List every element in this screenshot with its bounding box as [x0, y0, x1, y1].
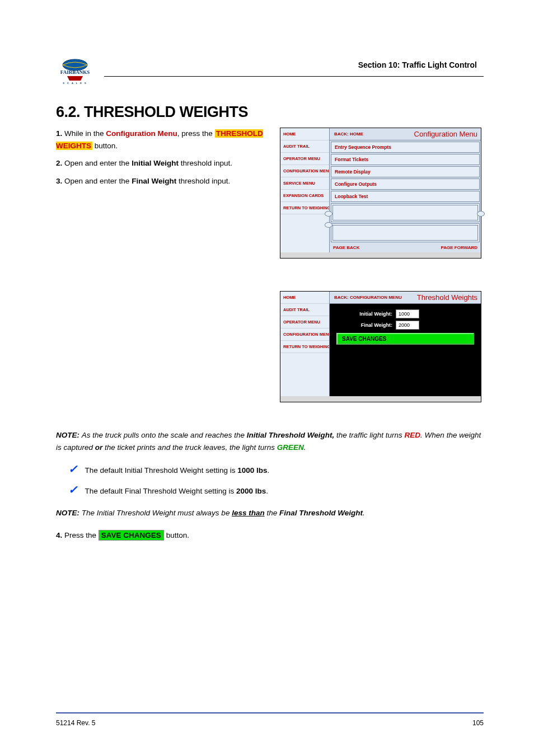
- sidebar-item[interactable]: AUDIT TRAIL: [280, 304, 329, 316]
- final-weight-label: Final Weight:: [336, 322, 392, 328]
- svg-text:FAIRBANKS: FAIRBANKS: [60, 69, 90, 75]
- step-number: 2.: [56, 159, 62, 167]
- config-menu-screenshot: HOME AUDIT TRAIL OPERATOR MENU CONFIGURA…: [280, 128, 481, 259]
- sidebar-item[interactable]: CONFIGURATION MENU: [280, 328, 329, 341]
- sidebar: HOME AUDIT TRAIL OPERATOR MENU CONFIGURA…: [280, 292, 330, 396]
- callout-bullet: [325, 222, 332, 228]
- menu-item[interactable]: Vehicle Image Type: [336, 207, 475, 218]
- page-number: 105: [472, 719, 484, 727]
- fairbanks-logo: FAIRBANKS S C A L E S: [56, 56, 94, 87]
- step-3: 3. Open and enter the Final Weight thres…: [56, 175, 269, 187]
- page-title: 6.2. THRESHOLD WEIGHTS: [56, 104, 484, 121]
- red-text: RED: [405, 431, 421, 439]
- steps-column: 1. While in the Configuration Menu, pres…: [56, 128, 269, 402]
- sidebar-item[interactable]: HOME: [280, 128, 329, 140]
- step-number: 4.: [56, 531, 62, 539]
- menu-item[interactable]: Entry Sequence Prompts: [331, 142, 480, 153]
- default-final: The default Final Threshold Weight setti…: [83, 481, 481, 499]
- threshold-weights-screenshot: HOME AUDIT TRAIL OPERATOR MENU CONFIGURA…: [280, 291, 481, 402]
- menu-item[interactable]: Loopback Test: [331, 191, 480, 202]
- svg-point-0: [63, 59, 87, 71]
- back-button[interactable]: BACK: HOME: [330, 132, 368, 137]
- initial-weight-input[interactable]: 1000: [396, 309, 419, 318]
- sidebar-item[interactable]: SERVICE MENU: [280, 177, 329, 190]
- menu-item[interactable]: Remote Display: [331, 166, 480, 177]
- initial-weight-label: Initial Weight:: [336, 311, 392, 317]
- callout-bullet: [325, 211, 332, 217]
- save-changes-button[interactable]: SAVE CHANGES: [336, 333, 474, 345]
- green-text: GREEN: [277, 443, 304, 452]
- step-1: 1. While in the Configuration Menu, pres…: [56, 128, 269, 152]
- screen-title: Configuration Menu: [414, 130, 481, 138]
- back-button[interactable]: BACK: CONFIGURATION MENU: [330, 295, 406, 300]
- callout-bullet: [477, 211, 485, 217]
- menu-item[interactable]: Format Tickets: [331, 154, 480, 165]
- screen-title: Threshold Weights: [417, 293, 481, 302]
- step-2: 2. Open and enter the Initial Weight thr…: [56, 157, 269, 170]
- status-bar: [280, 396, 481, 402]
- note-2: NOTE: The Initial Threshold Weight must …: [56, 507, 481, 519]
- notes-block: NOTE: As the truck pulls onto the scale …: [56, 429, 481, 542]
- sidebar-item[interactable]: RETURN TO WEIGHING: [280, 202, 329, 214]
- sidebar: HOME AUDIT TRAIL OPERATOR MENU CONFIGURA…: [280, 128, 330, 252]
- page-footer: 51214 Rev. 5 105: [56, 712, 484, 727]
- step-number: 3.: [56, 177, 62, 185]
- step-4: 4. Press the SAVE CHANGES button.: [56, 529, 481, 542]
- section-header: Section 10: Traffic Light Control: [358, 60, 477, 69]
- menu-item-threshold-weights[interactable]: Threshold Weights: [336, 227, 475, 238]
- header-rule: [104, 76, 484, 77]
- status-bar: [280, 252, 481, 258]
- note-1: NOTE: As the truck pulls onto the scale …: [56, 429, 481, 454]
- svg-text:S C A L E S: S C A L E S: [63, 82, 87, 84]
- menu-name: Configuration Menu: [106, 129, 177, 138]
- final-weight-input[interactable]: 2000: [396, 321, 419, 330]
- save-changes-button-label: SAVE CHANGES: [99, 530, 164, 541]
- sidebar-item[interactable]: EXPANSION CARDS: [280, 190, 329, 202]
- sidebar-item[interactable]: OPERATOR MENU: [280, 153, 329, 165]
- sidebar-item[interactable]: HOME: [280, 292, 329, 304]
- menu-item[interactable]: Configure Outputs: [331, 179, 480, 190]
- sidebar-item[interactable]: CONFIGURATION MENU: [280, 165, 329, 177]
- default-initial: The default Initial Threshold Weight set…: [83, 460, 481, 478]
- page-back-button[interactable]: PAGE BACK: [333, 245, 359, 250]
- step-number: 1.: [56, 129, 62, 138]
- sidebar-item[interactable]: OPERATOR MENU: [280, 316, 329, 328]
- doc-revision: 51214 Rev. 5: [56, 719, 96, 727]
- sidebar-item[interactable]: AUDIT TRAIL: [280, 140, 329, 153]
- page-forward-button[interactable]: PAGE FORWARD: [441, 245, 477, 250]
- sidebar-item[interactable]: RETURN TO WEIGHING: [280, 341, 329, 353]
